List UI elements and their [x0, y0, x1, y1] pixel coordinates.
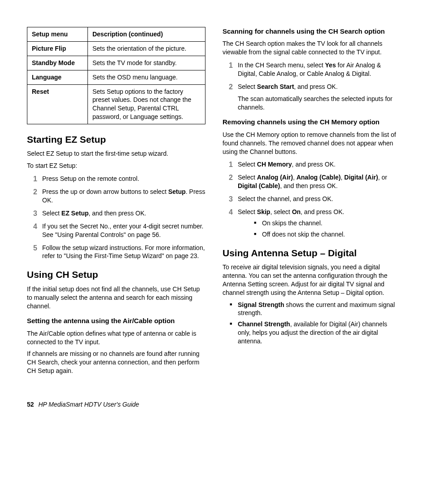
- scan-steps: 1 In the CH Search menu, select Yes for …: [223, 61, 401, 111]
- step-text: Select the channel, and press OK.: [238, 195, 333, 202]
- step-text: If you set the Secret No., enter your 4-…: [42, 223, 204, 238]
- paragraph: To receive air digital television signal…: [223, 263, 401, 297]
- step-text: Press the up or down arrow buttons to se…: [42, 188, 205, 204]
- list-item: 1 Select CH Memory, and press OK.: [223, 160, 401, 169]
- step-number: 2: [229, 82, 233, 92]
- step-number: 3: [33, 209, 37, 219]
- antenna-bullets: Signal Strength shows the current and ma…: [223, 301, 401, 346]
- table-cell-key: Language: [27, 70, 88, 84]
- paragraph: Use the CH Memory option to remove chann…: [223, 131, 401, 156]
- list-item: 2 Select Search Start, and press OK. The…: [223, 83, 401, 112]
- step-number: 1: [229, 61, 233, 70]
- page-number: 52: [27, 401, 34, 408]
- table-header-setup: Setup menu: [27, 27, 88, 42]
- left-column: Setup menu Description (continued) Pictu…: [27, 27, 205, 379]
- heading-ch-setup: Using CH Setup: [27, 268, 205, 281]
- list-item: 3 Select the channel, and press OK.: [223, 195, 401, 203]
- step-number: 2: [229, 173, 233, 183]
- list-item: 3 Select EZ Setup, and then press OK.: [27, 209, 205, 218]
- heading-antenna-digital: Using Antenna Setup – Digital: [223, 247, 401, 259]
- list-item: Off does not skip the channel.: [238, 230, 401, 239]
- setup-menu-table: Setup menu Description (continued) Pictu…: [27, 27, 205, 124]
- list-item: 1 In the CH Search menu, select Yes for …: [223, 61, 401, 78]
- step-number: 5: [33, 243, 37, 253]
- step-text: Select Analog (Air), Analog (Cable), Dig…: [238, 174, 387, 189]
- ez-setup-steps: 1 Press Setup on the remote control. 2 P…: [27, 175, 205, 260]
- subheading-remove: Removing channels using the CH Memory op…: [223, 118, 401, 127]
- page-columns: Setup menu Description (continued) Pictu…: [27, 27, 401, 379]
- table-cell-key: Picture Flip: [27, 41, 88, 56]
- paragraph: If channels are missing or no channels a…: [27, 350, 205, 375]
- page-footer: 52 HP MediaSmart HDTV User's Guide: [27, 400, 401, 409]
- skip-options: On skips the channel. Off does not skip …: [238, 219, 401, 239]
- step-number: 1: [229, 160, 233, 170]
- paragraph: Select EZ Setup to start the first-time …: [27, 149, 205, 158]
- paragraph: The Air/Cable option defines what type o…: [27, 329, 205, 346]
- step-number: 3: [229, 194, 233, 204]
- list-item: 5 Follow the setup wizard instructions. …: [27, 244, 205, 261]
- footer-title: HP MediaSmart HDTV User's Guide: [38, 401, 139, 408]
- list-item: Channel Strength, available for Digital …: [223, 320, 401, 346]
- paragraph: The CH Search option makes the TV look f…: [223, 39, 401, 57]
- table-row: Picture Flip Sets the orientation of the…: [27, 41, 205, 56]
- step-text: Select Skip, select On, and press OK.: [238, 208, 344, 215]
- list-item: 4 Select Skip, select On, and press OK. …: [223, 208, 401, 239]
- table-cell-desc: Sets the TV mode for standby.: [87, 56, 205, 70]
- step-number: 4: [229, 207, 233, 217]
- table-cell-key: Standby Mode: [27, 56, 88, 70]
- list-item: 1 Press Setup on the remote control.: [27, 175, 205, 183]
- step-number: 2: [33, 187, 37, 197]
- subheading-air-cable: Setting the antenna using the Air/Cable …: [27, 316, 205, 325]
- step-sub-text: The scan automatically searches the sele…: [238, 95, 401, 112]
- remove-steps: 1 Select CH Memory, and press OK. 2 Sele…: [223, 160, 401, 238]
- table-row: Reset Sets Setup options to the factory …: [27, 84, 205, 124]
- list-item: 2 Press the up or down arrow buttons to …: [27, 188, 205, 205]
- step-text: Select EZ Setup, and then press OK.: [42, 210, 146, 217]
- list-item: 4 If you set the Secret No., enter your …: [27, 222, 205, 239]
- list-item: On skips the channel.: [238, 219, 401, 228]
- heading-ez-setup: Starting EZ Setup: [27, 133, 205, 146]
- table-cell-desc: Sets the orientation of the picture.: [87, 41, 205, 56]
- step-text: Press Setup on the remote control.: [42, 175, 139, 182]
- table-cell-desc: Sets Setup options to the factory preset…: [87, 84, 205, 124]
- paragraph: To start EZ Setup:: [27, 162, 205, 170]
- paragraph: If the initial setup does not find all t…: [27, 285, 205, 311]
- step-text: In the CH Search menu, select Yes for Ai…: [238, 61, 381, 77]
- table-header-row: Setup menu Description (continued): [27, 27, 205, 42]
- table-header-desc: Description (continued): [87, 27, 205, 42]
- list-item: Signal Strength shows the current and ma…: [223, 301, 401, 318]
- step-number: 4: [33, 222, 37, 232]
- list-item: 2 Select Analog (Air), Analog (Cable), D…: [223, 173, 401, 190]
- step-text: Select CH Memory, and press OK.: [238, 161, 336, 168]
- right-column: Scanning for channels using the CH Searc…: [223, 27, 401, 379]
- table-cell-desc: Sets the OSD menu language.: [87, 70, 205, 84]
- step-text: Select Search Start, and press OK.: [238, 83, 338, 90]
- table-row: Language Sets the OSD menu language.: [27, 70, 205, 84]
- subheading-scan: Scanning for channels using the CH Searc…: [223, 27, 401, 36]
- table-row: Standby Mode Sets the TV mode for standb…: [27, 56, 205, 70]
- step-text: Follow the setup wizard instructions. Fo…: [42, 244, 205, 260]
- table-cell-key: Reset: [27, 84, 88, 124]
- step-number: 1: [33, 174, 37, 184]
